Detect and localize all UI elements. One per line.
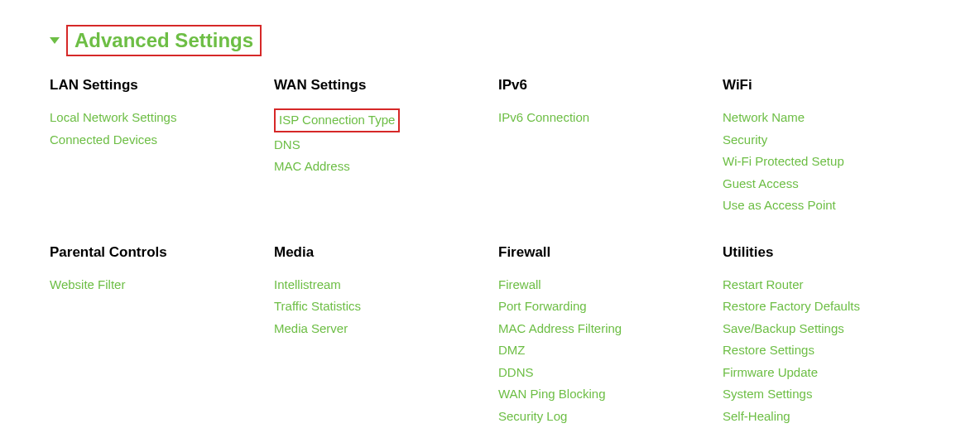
link-self-healing[interactable]: Self-Healing bbox=[723, 407, 790, 426]
link-restart-router[interactable]: Restart Router bbox=[723, 276, 804, 295]
wifi-links: Network Name Security Wi-Fi Protected Se… bbox=[723, 108, 930, 215]
chevron-down-icon bbox=[50, 37, 60, 44]
utilities-links: Restart Router Restore Factory Defaults … bbox=[723, 276, 930, 434]
ipv6-links: IPv6 Connection bbox=[498, 108, 706, 127]
link-port-forwarding[interactable]: Port Forwarding bbox=[498, 297, 587, 316]
link-optional-software[interactable]: Optional Software bbox=[723, 429, 821, 433]
settings-grid: LAN Settings Local Network Settings Conn… bbox=[50, 77, 930, 433]
link-website-filter[interactable]: Website Filter bbox=[50, 276, 125, 295]
link-wifi-protected-setup[interactable]: Wi-Fi Protected Setup bbox=[723, 152, 844, 171]
page-title: Advanced Settings bbox=[66, 25, 262, 56]
link-local-network-settings[interactable]: Local Network Settings bbox=[50, 108, 176, 127]
parental-controls-column: Parental Controls Website Filter bbox=[50, 244, 257, 434]
link-traffic-statistics[interactable]: Traffic Statistics bbox=[274, 297, 361, 316]
ipv6-column: IPv6 IPv6 Connection bbox=[498, 77, 706, 215]
lan-settings-links: Local Network Settings Connected Devices bbox=[50, 108, 257, 149]
lan-settings-column: LAN Settings Local Network Settings Conn… bbox=[50, 77, 257, 215]
link-firmware-update[interactable]: Firmware Update bbox=[723, 363, 818, 382]
link-firewall[interactable]: Firewall bbox=[498, 276, 541, 295]
link-network-name[interactable]: Network Name bbox=[723, 108, 805, 127]
link-media-server[interactable]: Media Server bbox=[274, 320, 348, 339]
link-security[interactable]: Security bbox=[723, 131, 767, 150]
parental-controls-heading: Parental Controls bbox=[50, 244, 257, 261]
link-save-backup-settings[interactable]: Save/Backup Settings bbox=[723, 320, 844, 339]
ipv6-heading: IPv6 bbox=[498, 77, 706, 94]
wifi-heading: WiFi bbox=[723, 77, 930, 94]
link-mac-address[interactable]: MAC Address bbox=[274, 157, 350, 176]
utilities-heading: Utilities bbox=[723, 244, 930, 261]
link-security-log[interactable]: Security Log bbox=[498, 407, 567, 426]
wifi-column: WiFi Network Name Security Wi-Fi Protect… bbox=[723, 77, 930, 215]
link-ipv6-connection[interactable]: IPv6 Connection bbox=[498, 108, 589, 127]
firewall-heading: Firewall bbox=[498, 244, 706, 261]
wan-settings-column: WAN Settings ISP Connection Type DNS MAC… bbox=[274, 77, 482, 215]
media-column: Media Intellistream Traffic Statistics M… bbox=[274, 244, 482, 434]
link-system-settings[interactable]: System Settings bbox=[723, 385, 812, 404]
media-heading: Media bbox=[274, 244, 482, 261]
link-isp-connection-type[interactable]: ISP Connection Type bbox=[274, 108, 400, 132]
wan-settings-links: ISP Connection Type DNS MAC Address bbox=[274, 108, 482, 176]
firewall-column: Firewall Firewall Port Forwarding MAC Ad… bbox=[498, 244, 706, 434]
link-dmz[interactable]: DMZ bbox=[498, 341, 526, 360]
firewall-links: Firewall Port Forwarding MAC Address Fil… bbox=[498, 276, 706, 426]
lan-settings-heading: LAN Settings bbox=[50, 77, 257, 94]
advanced-settings-header[interactable]: Advanced Settings bbox=[50, 25, 930, 56]
wan-settings-heading: WAN Settings bbox=[274, 77, 482, 94]
link-wan-ping-blocking[interactable]: WAN Ping Blocking bbox=[498, 385, 606, 404]
link-restore-factory-defaults[interactable]: Restore Factory Defaults bbox=[723, 297, 860, 316]
link-ddns[interactable]: DDNS bbox=[498, 363, 534, 382]
media-links: Intellistream Traffic Statistics Media S… bbox=[274, 276, 482, 339]
link-mac-address-filtering[interactable]: MAC Address Filtering bbox=[498, 320, 622, 339]
utilities-column: Utilities Restart Router Restore Factory… bbox=[723, 244, 930, 434]
link-dns[interactable]: DNS bbox=[274, 136, 300, 155]
parental-controls-links: Website Filter bbox=[50, 276, 257, 295]
link-guest-access[interactable]: Guest Access bbox=[723, 175, 799, 194]
link-intellistream[interactable]: Intellistream bbox=[274, 276, 341, 295]
link-restore-settings[interactable]: Restore Settings bbox=[723, 341, 814, 360]
link-connected-devices[interactable]: Connected Devices bbox=[50, 131, 157, 150]
link-use-as-access-point[interactable]: Use as Access Point bbox=[723, 196, 836, 215]
